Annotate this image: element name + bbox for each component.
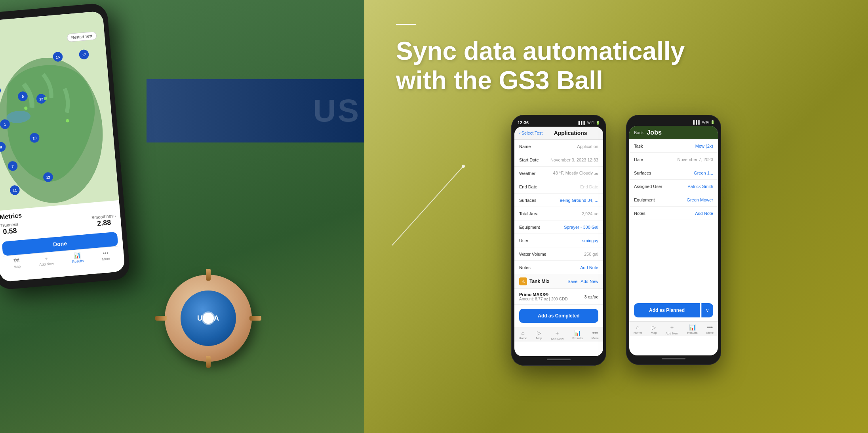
trueness-value: 0.58 (0, 226, 19, 236)
map-screen: 1 4 7 8 9 10 11 12 13 15 17 (0, 11, 125, 282)
phone2-signal-icon: ▌▌▌ (693, 120, 701, 124)
equipment-value[interactable]: Sprayer - 300 Gal (564, 225, 598, 230)
field-notes: Notes Add Note (514, 261, 603, 274)
tank-mix-save-button[interactable]: Save (567, 279, 577, 284)
phone2-more-icon: ••• (707, 324, 713, 330)
phone1-back-label: Select Test (522, 131, 543, 135)
weather-label: Weather (519, 171, 535, 176)
hero-title-line1: Sync data automatically (396, 37, 836, 66)
phone1-nav-map[interactable]: ▷ Map (536, 330, 542, 341)
metric-trueness: Trueness 0.58 (0, 222, 19, 236)
product-amount: Amount: 8.77 oz | 200 GDD (519, 297, 568, 301)
phone2-form: Task Mow (2x) Date November 7, 2023 Surf… (629, 139, 718, 220)
job-notes-label: Notes (634, 211, 645, 216)
svg-text:12: 12 (46, 175, 50, 180)
phone1-app-header: ‹ Select Test Applications (514, 127, 603, 140)
task-label: Task (634, 144, 643, 148)
field-weather: Weather 43 °F, Mostly Cloudy ☁ (514, 167, 603, 180)
svg-text:15: 15 (56, 55, 60, 59)
surfaces-value[interactable]: Teeing Ground 34, ... (558, 198, 598, 203)
nav-results[interactable]: 📊 Results (71, 252, 84, 264)
phone1-nav-add[interactable]: ＋ Add New (551, 330, 563, 341)
phone1-nav-home[interactable]: ⌂ Home (519, 330, 527, 341)
add-icon: ＋ (42, 254, 50, 262)
job-equipment-label: Equipment (634, 198, 655, 202)
name-label: Name (519, 144, 531, 149)
product-info: Primo MAXX® Amount: 8.77 oz | 200 GDD (519, 292, 568, 301)
jobs-back-button[interactable]: Back (634, 130, 643, 135)
weather-value: 43 °F, Mostly Cloudy ☁ (553, 171, 598, 176)
left-phone-screen: 1 4 7 8 9 10 11 12 13 15 17 (0, 11, 125, 282)
tank-mix-section: ⚠ Tank Mix Save Add New (514, 274, 603, 289)
field-total-area: Total Area 2,924 ac (514, 207, 603, 220)
hero-title-line2: with the GS3 Ball (396, 66, 836, 95)
metrics-section: Metrics Trueness 0.58 Smoothness 2.88 Do… (0, 200, 125, 282)
phone2-status-icons: ▌▌▌ WiFi 🔋 (693, 120, 715, 124)
phone1-form: Name Application Start Date November 3, … (514, 140, 603, 274)
add-nav-icon: ＋ (554, 330, 560, 337)
nav-more[interactable]: ••• More (101, 249, 110, 261)
assigned-user-value[interactable]: Patrick Smith (687, 184, 713, 189)
user-value[interactable]: smingay (582, 238, 598, 243)
svg-text:17: 17 (82, 53, 86, 57)
add-as-completed-button[interactable]: Add as Completed (519, 309, 598, 323)
phone2-screen: Back Jobs Task Mow (2x) Date November 7,… (629, 126, 718, 355)
phone2-add-icon: ＋ (669, 324, 675, 331)
more-nav-label: More (592, 336, 599, 340)
svg-text:7: 7 (11, 164, 14, 168)
usga-bar: US (147, 79, 364, 142)
end-date-value: End Date (580, 184, 598, 189)
nav-more-label: More (102, 256, 110, 261)
phone2-nav-map[interactable]: ▷ Map (651, 324, 657, 335)
phone2-results-icon: 📊 (689, 324, 696, 330)
phone2-nav-more[interactable]: ••• More (706, 324, 714, 335)
nav-results-label: Results (72, 259, 84, 264)
svg-text:13: 13 (39, 97, 44, 101)
total-area-label: Total Area (519, 211, 539, 216)
map-nav-icon: ▷ (537, 330, 541, 336)
job-field-notes: Notes Add Note (629, 207, 718, 220)
phone2-add-label: Add New (666, 332, 678, 335)
wifi-icon: WiFi (587, 121, 594, 125)
date-value: November 7, 2023 (678, 157, 714, 162)
user-label: User (519, 238, 528, 243)
job-field-date: Date November 7, 2023 (629, 153, 718, 166)
tank-mix-icon: ⚠ (519, 277, 527, 285)
phone2-home-label: Home (634, 331, 642, 334)
job-notes-value[interactable]: Add Note (695, 211, 713, 216)
chevron-left-icon: ‹ (519, 131, 521, 135)
phone1-back-button[interactable]: ‹ Select Test (519, 131, 542, 135)
add-as-planned-button[interactable]: Add as Planned (634, 303, 700, 317)
phone2-nav-home[interactable]: ⌂ Home (634, 324, 642, 335)
tank-mix-add-button[interactable]: Add New (581, 279, 598, 284)
signal-icon: ▌▌▌ (579, 121, 586, 125)
phone1-nav-results[interactable]: 📊 Results (572, 330, 583, 341)
tank-mix-actions: Save Add New (567, 279, 598, 284)
metric-smoothness: Smoothness 2.88 (91, 213, 116, 228)
nav-map-label: Map (13, 264, 21, 269)
more-icon: ••• (101, 249, 110, 256)
job-surfaces-value[interactable]: Green 1... (694, 171, 713, 175)
phone1-time: 12:36 (518, 120, 529, 125)
nav-add-new[interactable]: ＋ Add New (38, 254, 54, 267)
notes-label: Notes (519, 265, 531, 270)
job-field-assigned-user: Assigned User Patrick Smith (629, 180, 718, 193)
name-value: Application (577, 144, 598, 149)
svg-text:8: 8 (0, 145, 2, 149)
job-equipment-value[interactable]: Green Mower (687, 198, 713, 202)
product-rate: 3 oz/ac (584, 294, 598, 299)
task-value[interactable]: Mow (2x) (695, 144, 713, 148)
ball-sensor (203, 313, 214, 324)
phone1-nav-more[interactable]: ••• More (592, 330, 599, 341)
nav-map[interactable]: 🗺 Map (12, 257, 21, 269)
phone2-nav-add[interactable]: ＋ Add New (666, 324, 678, 335)
spacer (629, 220, 718, 299)
add-planned-chevron-button[interactable]: ∨ (701, 303, 713, 317)
phone1-bottom-nav: ⌂ Home ▷ Map ＋ Add New 📊 Results (514, 327, 603, 342)
phone2-nav-results[interactable]: 📊 Results (687, 324, 698, 335)
home-label: Home (519, 336, 527, 340)
jobs-phone: ▌▌▌ WiFi 🔋 Back Jobs Task Mow (2x) (626, 115, 721, 365)
notes-value[interactable]: Add Note (580, 265, 598, 270)
phone2-home-indicator (662, 358, 685, 359)
phone2-bottom-nav: ⌂ Home ▷ Map ＋ Add New 📊 Results (629, 321, 718, 336)
